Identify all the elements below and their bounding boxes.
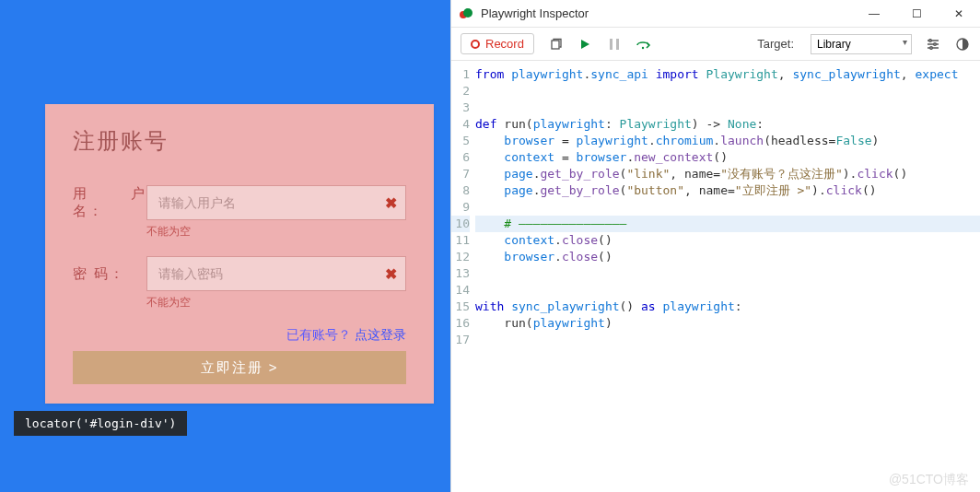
form-title: 注册账号 <box>73 126 406 156</box>
username-input[interactable] <box>146 185 406 220</box>
row-username: 用 户 名： ✖ <box>73 185 406 220</box>
record-label: Record <box>485 37 524 51</box>
svg-point-11 <box>930 46 933 49</box>
maximize-button[interactable]: ☐ <box>895 0 938 28</box>
toolbar: Record Target: Library <box>451 28 980 61</box>
clear-password-icon[interactable]: ✖ <box>385 265 397 283</box>
svg-point-1 <box>463 8 472 18</box>
record-icon <box>471 40 480 49</box>
login-link[interactable]: 点这登录 <box>355 327 406 342</box>
password-error: 不能为空 <box>146 295 406 310</box>
code-content: from playwright.sync_api import Playwrig… <box>475 66 980 492</box>
locator-tooltip: locator('#login-div') <box>14 411 187 436</box>
close-button[interactable]: ✕ <box>938 0 980 28</box>
browser-viewport: 注册账号 用 户 名： ✖ 不能为空 密 码： ✖ 不能为空 已有账号？ 点这登… <box>0 0 450 492</box>
svg-point-10 <box>934 42 937 45</box>
password-label: 密 码： <box>73 265 146 283</box>
username-input-wrap: ✖ <box>146 185 406 220</box>
username-error: 不能为空 <box>146 224 406 240</box>
svg-rect-3 <box>610 39 612 50</box>
register-form-card: 注册账号 用 户 名： ✖ 不能为空 密 码： ✖ 不能为空 已有账号？ 点这登… <box>45 104 434 404</box>
svg-rect-2 <box>552 41 559 49</box>
watermark: @51CTO博客 <box>889 472 969 488</box>
register-submit-button[interactable]: 立即注册 > <box>73 351 406 384</box>
step-over-icon[interactable] <box>636 36 652 53</box>
settings-icon[interactable] <box>925 36 941 53</box>
minimize-button[interactable]: ― <box>853 0 895 28</box>
line-gutter: 1234567891011121314151617 <box>451 66 475 492</box>
theme-toggle-icon[interactable] <box>954 36 971 53</box>
login-link-prefix: 已有账号？ <box>286 327 351 342</box>
svg-point-5 <box>642 46 644 48</box>
code-editor[interactable]: 1234567891011121314151617 from playwrigh… <box>451 61 980 492</box>
playwright-inspector-window: Playwright Inspector ― ☐ ✕ Record Target… <box>450 0 980 492</box>
copy-icon[interactable] <box>547 36 564 53</box>
play-icon[interactable] <box>577 36 593 53</box>
target-select[interactable]: Library <box>811 34 912 54</box>
window-title: Playwright Inspector <box>481 6 853 20</box>
login-link-row: 已有账号？ 点这登录 <box>73 327 406 344</box>
svg-point-9 <box>929 39 932 41</box>
titlebar: Playwright Inspector ― ☐ ✕ <box>451 0 980 28</box>
target-label: Target: <box>757 37 794 51</box>
record-button[interactable]: Record <box>461 33 534 54</box>
svg-rect-4 <box>616 39 619 50</box>
window-controls: ― ☐ ✕ <box>853 0 980 28</box>
password-input[interactable] <box>146 256 406 291</box>
password-input-wrap: ✖ <box>146 256 406 291</box>
app-icon <box>459 6 473 21</box>
username-label: 用 户 名： <box>73 185 146 220</box>
pause-icon[interactable] <box>606 36 623 53</box>
clear-username-icon[interactable]: ✖ <box>385 194 397 212</box>
row-password: 密 码： ✖ <box>73 256 406 291</box>
